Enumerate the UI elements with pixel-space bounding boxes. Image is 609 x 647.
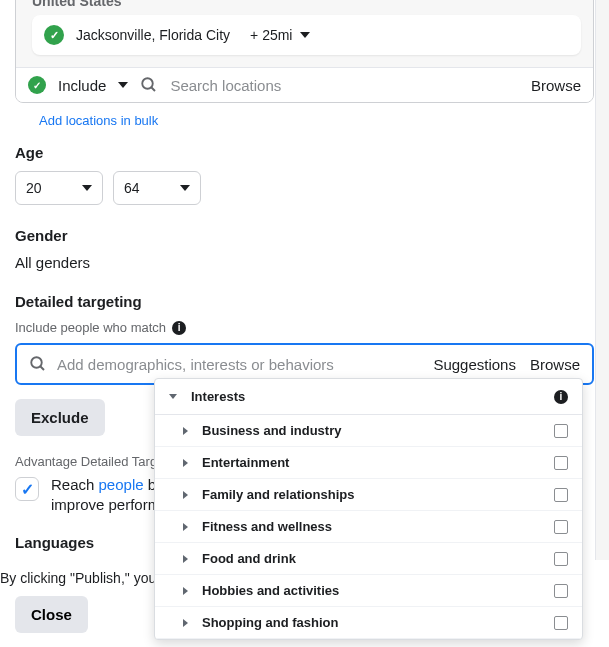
gender-value: All genders (15, 254, 594, 271)
chevron-right-icon (183, 523, 188, 531)
svg-line-3 (40, 366, 44, 370)
svg-line-1 (152, 87, 156, 91)
dropdown-item-label: Hobbies and activities (202, 583, 540, 598)
svg-point-2 (31, 357, 42, 368)
search-icon (29, 355, 47, 373)
people-link[interactable]: people (99, 476, 144, 493)
close-button[interactable]: Close (15, 596, 88, 633)
search-icon (140, 76, 158, 94)
info-icon[interactable]: i (554, 390, 568, 404)
dropdown-item-checkbox[interactable] (554, 584, 568, 598)
location-city: Jacksonville, Florida City (76, 27, 230, 43)
dropdown-item-checkbox[interactable] (554, 616, 568, 630)
dropdown-item[interactable]: Entertainment (155, 447, 582, 479)
chevron-right-icon (183, 587, 188, 595)
suggestions-link[interactable]: Suggestions (433, 356, 516, 373)
location-pin-check-icon (44, 25, 64, 45)
dropdown-item-label: Fitness and wellness (202, 519, 540, 534)
location-pill[interactable]: Jacksonville, Florida City + 25mi (32, 15, 581, 55)
age-max-select[interactable]: 64 (113, 171, 201, 205)
dropdown-item-label: Business and industry (202, 423, 540, 438)
dropdown-item-label: Shopping and fashion (202, 615, 540, 630)
location-box: United States Jacksonville, Florida City… (15, 0, 594, 103)
dropdown-item-checkbox[interactable] (554, 520, 568, 534)
dropdown-item[interactable]: Shopping and fashion (155, 607, 582, 639)
age-label: Age (15, 144, 594, 161)
gender-label: Gender (15, 227, 594, 244)
dropdown-item-label: Entertainment (202, 455, 540, 470)
dropdown-item[interactable]: Fitness and wellness (155, 511, 582, 543)
svg-point-0 (143, 78, 154, 89)
chevron-down-icon (82, 185, 92, 191)
age-min-select[interactable]: 20 (15, 171, 103, 205)
dropdown-item-checkbox[interactable] (554, 488, 568, 502)
include-dropdown-icon[interactable] (118, 82, 128, 88)
dropdown-item[interactable]: Family and relationships (155, 479, 582, 511)
scrollbar-track[interactable] (595, 0, 609, 570)
chevron-right-icon (183, 555, 188, 563)
chevron-right-icon (183, 619, 188, 627)
include-check-icon (28, 76, 46, 94)
advantage-checkbox[interactable]: ✓ (15, 477, 39, 501)
detailed-targeting-label: Detailed targeting (15, 293, 594, 310)
checkmark-icon: ✓ (21, 480, 34, 499)
dropdown-item[interactable]: Hobbies and activities (155, 575, 582, 607)
targeting-sublabel: Include people who match i (15, 320, 594, 335)
chevron-right-icon (183, 491, 188, 499)
dropdown-header[interactable]: Interests i (155, 379, 582, 415)
location-country: United States (16, 0, 593, 15)
location-search-input[interactable] (170, 77, 519, 94)
chevron-right-icon (183, 459, 188, 467)
chevron-down-icon (169, 394, 177, 399)
location-search-row: Include Browse (16, 67, 593, 102)
location-browse-link[interactable]: Browse (531, 77, 581, 94)
dropdown-item[interactable]: Food and drink (155, 543, 582, 575)
info-icon[interactable]: i (172, 321, 186, 335)
dropdown-item[interactable]: Business and industry (155, 415, 582, 447)
dropdown-item-checkbox[interactable] (554, 424, 568, 438)
dropdown-item-label: Family and relationships (202, 487, 540, 502)
targeting-search-input[interactable] (57, 356, 423, 373)
chevron-right-icon (183, 427, 188, 435)
location-radius-select[interactable]: + 25mi (250, 27, 310, 43)
add-locations-bulk-link[interactable]: Add locations in bulk (15, 103, 158, 144)
chevron-down-icon (180, 185, 190, 191)
dropdown-item-checkbox[interactable] (554, 456, 568, 470)
dropdown-item-checkbox[interactable] (554, 552, 568, 566)
chevron-down-icon (300, 32, 310, 38)
include-label: Include (58, 77, 106, 94)
interests-dropdown: Interests i Business and industryEnterta… (154, 378, 583, 640)
dropdown-item-label: Food and drink (202, 551, 540, 566)
dropdown-title: Interests (191, 389, 540, 404)
targeting-browse-link[interactable]: Browse (530, 356, 580, 373)
exclude-button[interactable]: Exclude (15, 399, 105, 436)
